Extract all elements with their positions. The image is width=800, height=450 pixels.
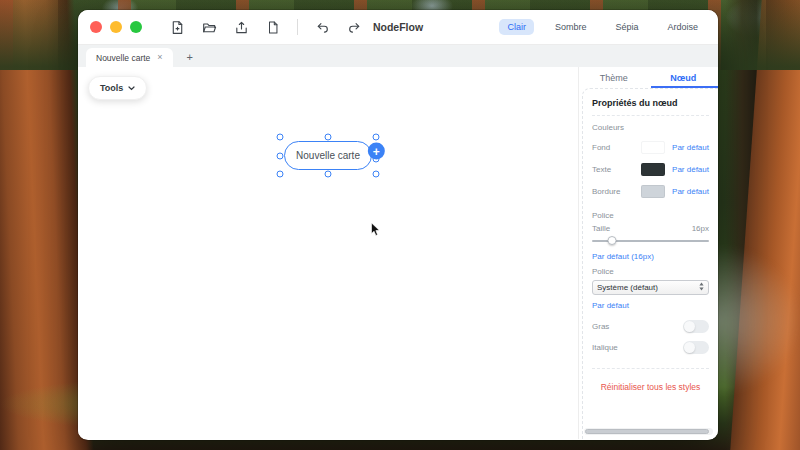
minimize-window-button[interactable] — [110, 21, 122, 33]
slider-handle[interactable] — [607, 236, 616, 245]
toolbar-separator — [297, 19, 298, 35]
divider — [592, 368, 709, 369]
font-size-slider[interactable] — [592, 236, 709, 246]
font-family-select[interactable]: Système (défaut) — [592, 280, 709, 295]
italic-toggle[interactable] — [683, 341, 709, 354]
app-window: NodeFlow Clair Sombre Sépia Ardoise Nouv… — [78, 10, 718, 440]
document-tab[interactable]: Nouvelle carte × — [86, 48, 173, 67]
font-size-label: Taille — [592, 224, 610, 233]
zoom-window-button[interactable] — [130, 21, 142, 33]
theme-button-sepia[interactable]: Sépia — [607, 19, 646, 35]
resize-handle-bottom-left[interactable] — [277, 171, 284, 178]
add-tab-button[interactable]: + — [187, 52, 193, 63]
colors-section-label: Couleurs — [592, 123, 709, 132]
titlebar: NodeFlow Clair Sombre Sépia Ardoise — [78, 10, 718, 45]
close-tab-icon[interactable]: × — [157, 53, 162, 62]
document-icon[interactable] — [266, 20, 280, 35]
resize-handle-top-center[interactable] — [325, 134, 332, 141]
theme-button-clair[interactable]: Clair — [499, 19, 534, 35]
undo-icon[interactable] — [315, 20, 330, 34]
select-stepper-icon — [699, 282, 704, 293]
texte-color-swatch[interactable] — [641, 163, 665, 176]
active-tab-underline — [651, 86, 718, 89]
font-size-value: 16px — [692, 224, 709, 233]
document-tab-label: Nouvelle carte — [96, 53, 150, 63]
bordure-color-swatch[interactable] — [641, 185, 665, 198]
font-family-label: Police — [592, 267, 709, 276]
sidebar-horizontal-scrollbar[interactable] — [584, 428, 713, 435]
color-row-texte: Texte Par défaut — [592, 158, 709, 180]
texte-default-link[interactable]: Par défaut — [672, 165, 709, 174]
save-icon[interactable] — [234, 20, 249, 35]
resize-handle-top-left[interactable] — [277, 134, 284, 141]
sidebar-tabs: Thème Nœud — [579, 67, 718, 88]
bold-toggle[interactable] — [683, 320, 709, 333]
chevron-down-icon — [128, 83, 135, 93]
reset-styles-button[interactable]: Réinitialiser tous les styles — [592, 382, 709, 392]
traffic-lights — [90, 21, 142, 33]
selected-node-group: Nouvelle carte + — [280, 137, 376, 174]
resize-handle-bottom-right[interactable] — [373, 171, 380, 178]
add-child-node-button[interactable]: + — [368, 143, 385, 160]
resize-handle-middle-left[interactable] — [277, 152, 284, 159]
app-title: NodeFlow — [373, 21, 423, 33]
properties-sidebar: Thème Nœud Propriétés du nœud Couleurs F… — [578, 67, 718, 439]
mindmap-canvas[interactable]: Tools Nouvelle carte + — [78, 67, 578, 439]
fond-color-swatch[interactable] — [641, 141, 665, 154]
font-family-value: Système (défaut) — [597, 283, 699, 292]
color-row-fond: Fond Par défaut — [592, 136, 709, 158]
divider — [592, 115, 709, 116]
bold-label: Gras — [592, 322, 609, 331]
node-properties-panel: Propriétés du nœud Couleurs Fond Par déf… — [582, 88, 718, 439]
redo-icon[interactable] — [347, 20, 362, 34]
fond-default-link[interactable]: Par défaut — [672, 143, 709, 152]
theme-button-sombre[interactable]: Sombre — [547, 19, 595, 35]
resize-handle-bottom-center[interactable] — [325, 171, 332, 178]
toggle-knob — [684, 342, 695, 353]
open-folder-icon[interactable] — [202, 20, 217, 35]
theme-switcher: Clair Sombre Sépia Ardoise — [499, 19, 706, 35]
panel-title: Propriétés du nœud — [592, 98, 709, 108]
tab-bar: Nouvelle carte × + — [78, 45, 718, 67]
font-size-default-link[interactable]: Par défaut (16px) — [592, 252, 709, 261]
italic-row: Italique — [592, 337, 709, 358]
resize-handle-top-right[interactable] — [373, 134, 380, 141]
toggle-knob — [684, 321, 695, 332]
font-size-row: Taille 16px — [592, 224, 709, 233]
bold-row: Gras — [592, 316, 709, 337]
tools-dropdown-button[interactable]: Tools — [88, 76, 147, 100]
close-window-button[interactable] — [90, 21, 102, 33]
tab-theme[interactable]: Thème — [579, 67, 649, 88]
new-file-icon[interactable] — [170, 20, 185, 35]
color-row-bordure: Bordure Par défaut — [592, 180, 709, 202]
mouse-cursor — [370, 222, 381, 242]
mindmap-node[interactable]: Nouvelle carte — [284, 141, 372, 170]
texte-label: Texte — [592, 165, 641, 174]
bordure-default-link[interactable]: Par défaut — [672, 187, 709, 196]
fond-label: Fond — [592, 143, 641, 152]
italic-label: Italique — [592, 343, 618, 352]
font-section-label: Police — [592, 211, 709, 220]
tools-dropdown-label: Tools — [100, 83, 123, 93]
bordure-label: Bordure — [592, 187, 641, 196]
scrollbar-thumb[interactable] — [585, 429, 709, 434]
theme-button-ardoise[interactable]: Ardoise — [659, 19, 706, 35]
font-family-default-link[interactable]: Par défaut — [592, 301, 709, 310]
